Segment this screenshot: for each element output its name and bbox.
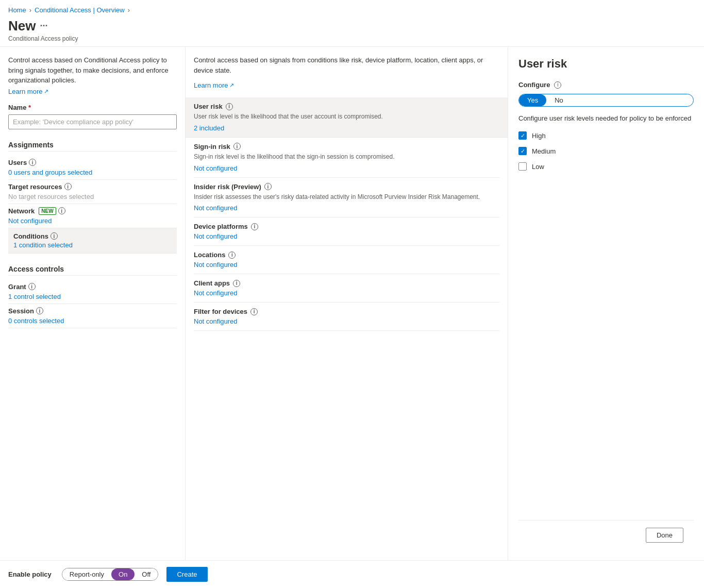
grant-info-icon[interactable]: i (28, 283, 36, 290)
client-apps-status: Not configured (194, 289, 499, 297)
user-risk-desc: User risk level is the likelihood that t… (194, 112, 499, 121)
network-value[interactable]: Not configured (8, 217, 177, 225)
middle-description: Control access based on signals from con… (194, 55, 499, 75)
enable-policy-label: Enable policy (8, 570, 52, 578)
condition-user-risk[interactable]: User risk i User risk level is the likel… (186, 97, 508, 138)
risk-level-low[interactable]: Low (518, 162, 694, 171)
filter-devices-status: Not configured (194, 317, 499, 325)
medium-checkbox[interactable] (518, 147, 527, 155)
network-label: Network (8, 207, 35, 215)
users-value[interactable]: 0 users and groups selected (8, 169, 177, 176)
condition-sign-in-risk[interactable]: Sign-in risk i Sign-in risk level is the… (194, 138, 499, 178)
client-apps-info-icon[interactable]: i (233, 280, 240, 287)
client-apps-label: Client apps (194, 279, 230, 287)
condition-device-platforms[interactable]: Device platforms i Not configured (194, 217, 499, 246)
yes-option[interactable]: Yes (519, 94, 546, 106)
breadcrumb-sep2: › (128, 6, 130, 14)
network-new-badge: NEW (39, 207, 56, 215)
breadcrumb-home[interactable]: Home (8, 6, 26, 14)
left-panel: Control access based on Conditional Acce… (0, 47, 186, 560)
page-title-dots[interactable]: ··· (40, 21, 47, 31)
breadcrumb-overview[interactable]: Conditional Access | Overview (35, 6, 125, 14)
medium-label: Medium (532, 147, 556, 155)
target-resources-info-icon[interactable]: i (64, 183, 72, 190)
breadcrumb-sep1: › (29, 6, 31, 14)
target-resources-value[interactable]: No target resources selected (8, 193, 177, 200)
session-row[interactable]: Session i 0 controls selected (8, 304, 177, 328)
right-title: User risk (518, 57, 694, 71)
condition-insider-risk[interactable]: Insider risk (Preview) i Insider risk as… (194, 178, 499, 218)
condition-filter-devices[interactable]: Filter for devices i Not configured (194, 303, 499, 331)
session-info-icon[interactable]: i (36, 307, 43, 314)
access-controls-title: Access controls (8, 260, 177, 276)
on-option[interactable]: On (111, 568, 135, 580)
page-title-text: New (8, 18, 36, 34)
left-learn-more[interactable]: Learn more (8, 88, 48, 95)
sign-in-risk-label: Sign-in risk (194, 143, 230, 150)
risk-level-medium[interactable]: Medium (518, 147, 694, 155)
done-bar: Done (518, 520, 694, 550)
locations-info-icon[interactable]: i (228, 251, 236, 259)
filter-devices-info-icon[interactable]: i (250, 308, 258, 315)
conditions-value[interactable]: 1 condition selected (13, 241, 172, 249)
conditions-row[interactable]: Conditions i 1 condition selected (8, 228, 177, 254)
session-label: Session (8, 307, 34, 315)
users-info-icon[interactable]: i (29, 159, 36, 166)
name-input[interactable] (8, 114, 177, 129)
condition-client-apps[interactable]: Client apps i Not configured (194, 274, 499, 303)
breadcrumb: Home › Conditional Access | Overview › (0, 0, 704, 16)
insider-risk-desc: Insider risk assesses the user's risky d… (194, 193, 499, 201)
high-checkbox[interactable] (518, 131, 527, 140)
sign-in-risk-info-icon[interactable]: i (233, 143, 241, 150)
insider-risk-status: Not configured (194, 204, 499, 212)
user-risk-info-icon[interactable]: i (226, 103, 233, 110)
conditions-label-text: Conditions (13, 232, 48, 240)
network-info-icon[interactable]: i (58, 207, 65, 214)
insider-risk-label: Insider risk (Preview) (194, 183, 261, 191)
grant-row[interactable]: Grant i 1 control selected (8, 280, 177, 304)
device-platforms-info-icon[interactable]: i (251, 223, 258, 230)
no-option[interactable]: No (546, 94, 572, 106)
target-resources-row[interactable]: Target resources i No target resources s… (8, 180, 177, 204)
yes-no-toggle[interactable]: Yes No (518, 94, 694, 107)
middle-panel: Control access based on signals from con… (186, 47, 508, 560)
locations-label: Locations (194, 251, 225, 259)
low-label: Low (532, 163, 544, 171)
page-header: New ··· Conditional Access policy (0, 16, 704, 47)
users-row[interactable]: Users i 0 users and groups selected (8, 156, 177, 180)
configure-label: Configure (518, 81, 550, 89)
risk-level-high[interactable]: High (518, 131, 694, 140)
high-label: High (532, 132, 546, 140)
grant-label: Grant (8, 283, 26, 291)
conditions-info-icon[interactable]: i (51, 232, 58, 240)
low-checkbox[interactable] (518, 162, 527, 171)
page-subtitle: Conditional Access policy (8, 35, 696, 42)
name-label: Name (8, 104, 177, 111)
left-description: Control access based on Conditional Acce… (8, 55, 177, 86)
device-platforms-label: Device platforms (194, 223, 248, 230)
done-button[interactable]: Done (646, 528, 683, 543)
users-label: Users (8, 159, 27, 166)
report-only-option[interactable]: Report-only (62, 568, 111, 580)
sign-in-risk-desc: Sign-in risk level is the likelihood tha… (194, 153, 499, 161)
middle-learn-more[interactable]: Learn more (194, 81, 234, 89)
locations-status: Not configured (194, 261, 499, 268)
create-button[interactable]: Create (166, 567, 207, 582)
configure-desc: Configure user risk levels needed for po… (518, 114, 694, 123)
filter-devices-label: Filter for devices (194, 308, 247, 315)
assignments-title: Assignments (8, 136, 177, 152)
off-option[interactable]: Off (135, 568, 158, 580)
configure-info-icon[interactable]: i (554, 81, 561, 89)
right-panel: User risk Configure i Yes No Configure u… (508, 47, 704, 560)
network-row[interactable]: Network NEW i Not configured (8, 204, 177, 228)
enable-policy-bar: Enable policy Report-only On Off Create (0, 560, 704, 588)
user-risk-status: 2 included (194, 124, 499, 132)
grant-value[interactable]: 1 control selected (8, 293, 177, 300)
session-value[interactable]: 0 controls selected (8, 317, 177, 325)
insider-risk-info-icon[interactable]: i (264, 183, 272, 190)
target-resources-label: Target resources (8, 183, 62, 191)
sign-in-risk-status: Not configured (194, 164, 499, 172)
user-risk-label: User risk (194, 103, 223, 110)
enable-policy-toggle[interactable]: Report-only On Off (62, 568, 159, 581)
condition-locations[interactable]: Locations i Not configured (194, 246, 499, 274)
